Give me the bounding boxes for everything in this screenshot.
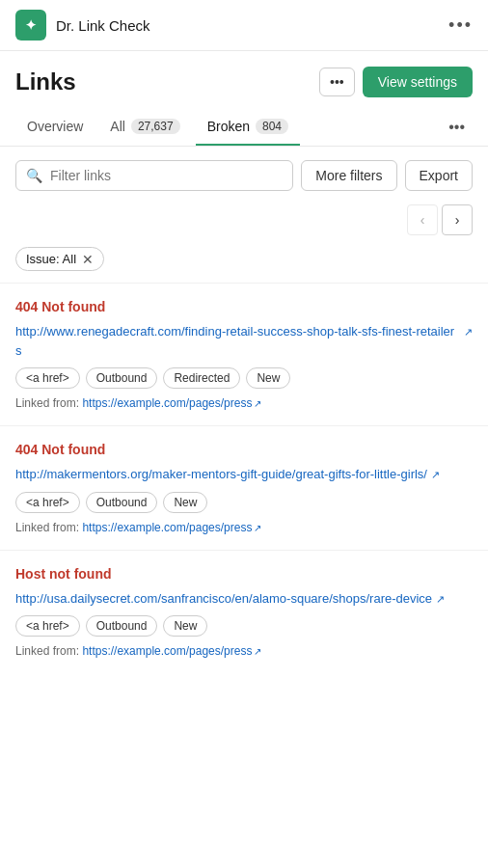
tabs-bar: Overview All 27,637 Broken 804 ••• [0, 109, 488, 147]
search-input[interactable] [50, 168, 283, 183]
tag: <a href> [15, 615, 80, 637]
tags-row: <a href>OutboundRedirectedNew [15, 367, 473, 389]
linked-from-url[interactable]: https://example.com/pages/press↗ [82, 644, 261, 658]
page-title: Links [15, 68, 76, 95]
more-filters-button[interactable]: More filters [301, 160, 396, 191]
top-bar-more-button[interactable]: ••• [448, 15, 473, 36]
linked-from-url[interactable]: https://example.com/pages/press↗ [82, 396, 261, 410]
tags-row: <a href>OutboundNew [15, 615, 473, 637]
next-page-button[interactable]: › [442, 204, 473, 235]
page-header: Links ••• View settings [0, 51, 488, 109]
link-list: 404 Not foundhttp://www.renegadecraft.co… [0, 283, 488, 673]
link-url[interactable]: http://makermentors.org/maker-mentors-gi… [15, 465, 440, 484]
list-item: 404 Not foundhttp://www.renegadecraft.co… [0, 283, 488, 425]
link-url[interactable]: http://www.renegadecraft.com/finding-ret… [15, 322, 473, 360]
linked-from: Linked from: https://example.com/pages/p… [15, 396, 473, 410]
filter-row: 🔍 More filters Export [0, 147, 488, 204]
external-link-icon: ↗ [431, 467, 440, 483]
link-url[interactable]: http://usa.dailysecret.com/sanfrancisco/… [15, 589, 445, 609]
error-label: Host not found [15, 566, 473, 582]
linked-from-url[interactable]: https://example.com/pages/press↗ [82, 521, 261, 534]
linked-from-ext-icon: ↗ [254, 398, 261, 409]
pagination-row: ‹ › [0, 204, 488, 243]
filter-tags: Issue: All ✕ [0, 243, 488, 283]
search-box: 🔍 [15, 160, 293, 191]
page-more-button[interactable]: ••• [319, 68, 355, 96]
header-actions: ••• View settings [319, 67, 473, 97]
linked-from-ext-icon: ↗ [254, 523, 261, 533]
linked-from: Linked from: https://example.com/pages/p… [15, 644, 473, 658]
issue-filter-label: Issue: All [26, 252, 76, 266]
list-item: Host not foundhttp://usa.dailysecret.com… [0, 550, 488, 674]
external-link-icon: ↗ [464, 324, 473, 340]
tag: Redirected [163, 367, 240, 389]
error-label: 404 Not found [15, 299, 473, 314]
tab-broken-badge: 804 [256, 119, 288, 134]
prev-page-button[interactable]: ‹ [407, 204, 438, 235]
tag: Outbound [86, 367, 158, 389]
external-link-icon: ↗ [436, 591, 445, 608]
view-settings-button[interactable]: View settings [363, 67, 473, 97]
issue-filter-tag: Issue: All ✕ [15, 247, 104, 271]
list-item: 404 Not foundhttp://makermentors.org/mak… [0, 425, 488, 550]
tab-all-badge: 27,637 [131, 119, 180, 134]
app-logo: ✦ [15, 10, 46, 41]
linked-from-ext-icon: ↗ [254, 646, 261, 657]
tag: Outbound [86, 492, 158, 513]
export-button[interactable]: Export [405, 160, 473, 191]
error-label: 404 Not found [15, 442, 473, 457]
linked-from: Linked from: https://example.com/pages/p… [15, 521, 473, 534]
tag: New [163, 615, 207, 637]
tab-overview[interactable]: Overview [15, 109, 95, 146]
tag: New [163, 492, 207, 513]
tag: Outbound [86, 615, 158, 637]
top-bar: ✦ Dr. Link Check ••• [0, 0, 488, 51]
tag: <a href> [15, 367, 80, 389]
app-title: Dr. Link Check [56, 17, 150, 34]
search-icon: 🔍 [26, 168, 42, 183]
tab-all[interactable]: All 27,637 [98, 109, 191, 146]
tab-broken[interactable]: Broken 804 [196, 109, 300, 146]
tag: <a href> [15, 492, 80, 513]
tag: New [246, 367, 290, 389]
tags-row: <a href>OutboundNew [15, 492, 473, 513]
issue-filter-remove-button[interactable]: ✕ [82, 253, 94, 266]
tabs-more-button[interactable]: ••• [441, 109, 473, 146]
top-bar-left: ✦ Dr. Link Check [15, 10, 150, 41]
